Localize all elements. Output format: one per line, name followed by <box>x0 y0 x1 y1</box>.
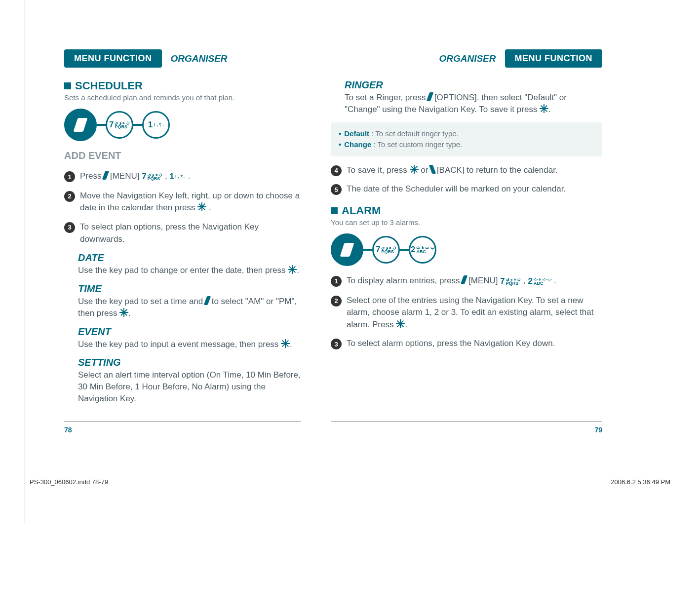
inline-key-1: 1 <box>169 171 174 183</box>
time-block: TIME Use the key pad to set a time and t… <box>78 283 301 319</box>
scheduler-title: SCHEDULER <box>75 79 143 92</box>
key-2: 2 ب ت ة ثABC <box>409 236 436 264</box>
ok-key-icon <box>410 165 419 174</box>
ringer-text-a: To set a Ringer, press <box>345 93 428 102</box>
bullet-5-icon: 5 <box>331 184 342 195</box>
alarm-step-3: 3 To select alarm options, press the Nav… <box>331 338 602 350</box>
chain-link-icon <box>363 249 372 251</box>
step-4-text-a: To save it, press <box>347 165 410 175</box>
ok-key-icon <box>197 202 206 211</box>
bullet-2-icon: 2 <box>331 296 342 306</box>
bullet-1-icon: 1 <box>331 276 342 287</box>
organiser-label: ORGANISER <box>430 53 505 64</box>
ringer-block: RINGER To set a Ringer, press [OPTIONS],… <box>345 79 602 115</box>
scheduler-heading: SCHEDULER <box>64 79 301 92</box>
bullet-2-icon: 2 <box>64 191 75 202</box>
header-right: ORGANISER MENU FUNCTION <box>331 49 602 68</box>
alarm-step-1: 1 To display alarm entries, press [MENU]… <box>331 275 602 288</box>
note-change-val: : To set custom ringer type. <box>371 140 462 149</box>
key-1: 1 ! ، ؟ . <box>142 111 170 139</box>
alarm-heading: ALARM <box>331 204 602 217</box>
bullet-dot-icon: • <box>339 140 341 149</box>
page-right: ORGANISER MENU FUNCTION RINGER To set a … <box>316 20 632 421</box>
alarm-step-2: 2 Select one of the entries using the Na… <box>331 295 602 331</box>
menu-function-tab: MENU FUNCTION <box>505 49 603 68</box>
event-block: EVENT Use the key pad to input a event m… <box>78 326 301 350</box>
step-2: 2 Move the Navigation Key left, right, u… <box>64 190 301 214</box>
slash-icon <box>73 118 87 132</box>
ok-key-icon <box>288 265 297 274</box>
page-number-right: 79 <box>331 426 602 434</box>
date-block: DATE Use the key pad to change or enter … <box>78 252 301 276</box>
event-text: Use the key pad to input a event message… <box>78 340 281 349</box>
step-5-text: The date of the Scheduler will be marked… <box>347 183 566 195</box>
step-5: 5 The date of the Scheduler will be mark… <box>331 183 602 195</box>
alarm-s2-text: Select one of the entries using the Navi… <box>347 296 594 329</box>
timestamp: 2006.6.2 5:36:49 PM <box>611 478 670 486</box>
bullet-3-icon: 3 <box>331 339 342 349</box>
key-7: 7 ن ه و يPQRS <box>106 111 133 139</box>
bullet-3-icon: 3 <box>64 222 75 233</box>
add-event-heading: ADD EVENT <box>64 150 301 161</box>
event-heading: EVENT <box>78 326 301 338</box>
alarm-title: ALARM <box>342 204 381 217</box>
soft-key-icon <box>331 233 363 266</box>
step-4-text-c: [BACK] to return to the calendar. <box>437 165 558 175</box>
page-left: MENU FUNCTION ORGANISER SCHEDULER Sets a… <box>35 20 316 421</box>
step-1-text-b: [MENU] <box>110 171 142 181</box>
step-1: 1 Press [MENU] 7ن ه و يPQRS , 1! ، ؟ . . <box>64 170 301 183</box>
print-footer: PS-300_060602.indd 78-79 2006.6.2 5:36:4… <box>0 478 700 486</box>
ok-key-icon <box>281 339 290 348</box>
bullet-dot-icon: • <box>339 129 341 138</box>
organiser-label: ORGANISER <box>162 53 236 64</box>
setting-heading: SETTING <box>78 357 301 368</box>
key-1-digit: 1 <box>148 120 153 130</box>
indd-filename: PS-300_060602.indd 78-79 <box>30 478 108 486</box>
alarm-s3-text: To select alarm options, press the Navig… <box>347 338 555 350</box>
key-7-digit: 7 <box>376 245 380 255</box>
divider-line <box>64 421 301 422</box>
step-3: 3 To select plan options, press the Navi… <box>64 221 301 245</box>
soft-key-icon <box>64 109 97 141</box>
comma: , <box>165 171 169 181</box>
chain-link-icon <box>97 124 106 126</box>
chain-link-icon <box>133 124 142 126</box>
comma: , <box>523 276 528 285</box>
inline-key-7: 7 <box>142 171 146 183</box>
header-left: MENU FUNCTION ORGANISER <box>64 49 301 68</box>
ok-key-icon <box>396 319 405 328</box>
page-footer-row: 78 79 <box>0 421 700 434</box>
bullet-1-icon: 1 <box>64 171 75 182</box>
step-1-text-a: Press <box>80 171 104 181</box>
square-bullet-icon <box>64 82 71 89</box>
setting-block: SETTING Select an alert time interval op… <box>78 357 301 404</box>
step-2-text: Move the Navigation Key left, right, up … <box>80 191 300 213</box>
ringer-note-box: •Default : To set default ringer type. •… <box>331 122 602 156</box>
time-text-a: Use the key pad to set a time and <box>78 297 205 306</box>
inline-key-7: 7 <box>500 275 505 288</box>
date-text: Use the key pad to change or enter the d… <box>78 266 288 275</box>
key-2-digit: 2 <box>411 245 415 255</box>
ringer-heading: RINGER <box>345 79 602 91</box>
alarm-s1-text-a: To display alarm entries, press <box>347 276 462 285</box>
key-1-punct: ! ، ؟ . <box>154 123 164 127</box>
date-heading: DATE <box>78 252 301 264</box>
scheduler-subtitle: Sets a scheduled plan and reminds you of… <box>64 93 301 102</box>
key-7-digit: 7 <box>109 120 114 130</box>
margin-line <box>25 0 25 523</box>
bullet-4-icon: 4 <box>331 165 342 176</box>
chain-link-icon <box>400 249 409 251</box>
divider-line <box>331 421 602 422</box>
ok-key-icon <box>119 308 128 317</box>
slash-icon <box>340 243 354 257</box>
period: . <box>188 171 191 181</box>
key-7-pqrs: PQRS <box>115 125 127 129</box>
key-sequence-scheduler: 7 ن ه و يPQRS 1 ! ، ؟ . <box>64 109 301 141</box>
step-4: 4 To save it, press or [BACK] to return … <box>331 164 602 177</box>
period: . <box>554 276 556 285</box>
menu-function-tab: MENU FUNCTION <box>64 49 162 68</box>
key-7: 7 ن ه و يPQRS <box>372 236 400 264</box>
alarm-s1-text-b: [MENU] <box>468 276 500 285</box>
note-default-key: Default <box>344 129 369 138</box>
step-3-text: To select plan options, press the Naviga… <box>80 221 301 245</box>
